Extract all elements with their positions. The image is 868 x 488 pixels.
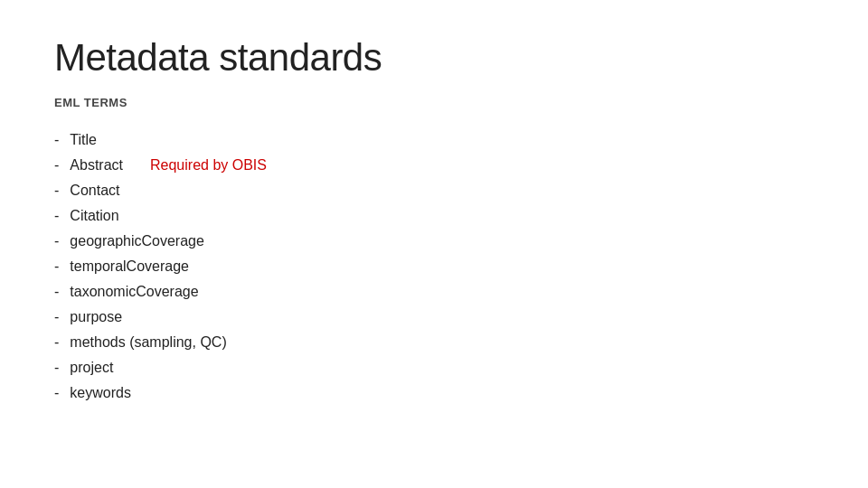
list-item-label: purpose bbox=[70, 305, 122, 330]
list-dash: - bbox=[54, 330, 59, 355]
list-item-label: Abstract bbox=[70, 153, 123, 178]
list-item-label: Citation bbox=[70, 203, 118, 229]
slide: Metadata standards EML TERMS - Title - A… bbox=[0, 0, 868, 488]
list-item: - Citation bbox=[54, 203, 267, 229]
list-dash: - bbox=[54, 305, 59, 330]
list-item-label: project bbox=[70, 355, 113, 380]
list-item-label: taxonomicCoverage bbox=[70, 279, 198, 305]
list-item: - purpose bbox=[54, 305, 267, 330]
list-dash: - bbox=[54, 355, 59, 380]
list-item: - methods (sampling, QC) bbox=[54, 330, 267, 355]
list-item: - keywords bbox=[54, 380, 267, 406]
required-by-obis-badge: Required by OBIS bbox=[150, 153, 267, 178]
list-item: - geographicCoverage bbox=[54, 229, 267, 254]
list-dash: - bbox=[54, 254, 59, 279]
section-label: EML TERMS bbox=[54, 96, 814, 109]
list-item-label: temporalCoverage bbox=[70, 254, 189, 279]
list-dash: - bbox=[54, 279, 59, 305]
content-area: - Title - Abstract Required by OBIS - Co… bbox=[54, 127, 814, 406]
list-item: - Abstract Required by OBIS bbox=[54, 153, 267, 178]
list-item: - Contact bbox=[54, 178, 267, 203]
list-item: - taxonomicCoverage bbox=[54, 279, 267, 305]
list-item-label: Title bbox=[70, 127, 97, 153]
list-item: - temporalCoverage bbox=[54, 254, 267, 279]
list-dash: - bbox=[54, 178, 59, 203]
list-dash: - bbox=[54, 380, 59, 406]
list-dash: - bbox=[54, 127, 59, 153]
eml-terms-list: - Title - Abstract Required by OBIS - Co… bbox=[54, 127, 267, 406]
list-item-label: geographicCoverage bbox=[70, 229, 204, 254]
list-item-label: methods (sampling, QC) bbox=[70, 330, 226, 355]
list-item: - Title bbox=[54, 127, 267, 153]
page-title: Metadata standards bbox=[54, 36, 814, 80]
list-item-label: keywords bbox=[70, 380, 131, 406]
list-dash: - bbox=[54, 153, 59, 178]
list-item-label: Contact bbox=[70, 178, 119, 203]
list-item: - project bbox=[54, 355, 267, 380]
list-dash: - bbox=[54, 203, 59, 229]
list-dash: - bbox=[54, 229, 59, 254]
